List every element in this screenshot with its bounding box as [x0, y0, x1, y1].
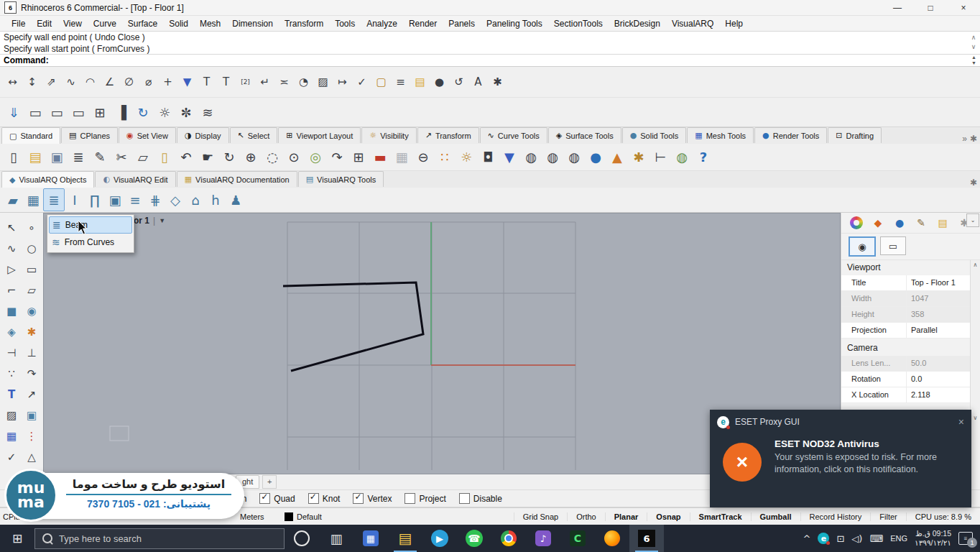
- tab-display[interactable]: ◑ Display: [177, 127, 229, 143]
- status-grid-snap[interactable]: Grid Snap: [514, 512, 568, 521]
- undo-icon[interactable]: ↶: [175, 147, 197, 168]
- status-osnap[interactable]: Osnap: [647, 512, 689, 521]
- menu-item[interactable]: Render: [403, 16, 443, 32]
- osnap-disable[interactable]: Disable: [459, 493, 502, 504]
- furniture-icon[interactable]: h: [205, 189, 226, 211]
- grid-faint-icon[interactable]: ▦: [391, 147, 412, 168]
- property-row[interactable]: Lens Len... 50.0: [841, 356, 980, 372]
- print-icon[interactable]: ≣: [68, 147, 89, 168]
- command-input[interactable]: Command: ▲ ▼: [0, 55, 980, 67]
- mesh-rock-icon[interactable]: △: [22, 446, 42, 467]
- menu-item[interactable]: SectionTools: [548, 16, 609, 32]
- save-file-icon[interactable]: ▣: [46, 147, 68, 168]
- action-center-icon[interactable]: ≡ 1: [958, 532, 973, 545]
- annotate-box-icon[interactable]: ▢: [371, 71, 391, 93]
- layer-pane[interactable]: Default: [285, 512, 405, 521]
- purple-app-icon[interactable]: ♪: [526, 525, 560, 552]
- tab-transform[interactable]: ↗ Transform: [417, 127, 479, 143]
- libraries-folder-icon[interactable]: ▤: [936, 216, 949, 229]
- tab-set-view[interactable]: ◉ Set View: [119, 127, 176, 143]
- property-row[interactable]: Rotation 0.0: [841, 372, 980, 387]
- fillet-curve-icon[interactable]: ⌐: [1, 280, 22, 300]
- menu-item[interactable]: Tools: [329, 16, 361, 32]
- checkbox[interactable]: [308, 493, 319, 504]
- dropdown-item-beam[interactable]: ≣ Beam: [49, 216, 132, 234]
- command-spin-up-icon[interactable]: ▲: [969, 55, 979, 60]
- curtain-wall-icon[interactable]: ▦: [23, 189, 43, 211]
- viewport-title-partial[interactable]: or 1 | ▼: [134, 216, 165, 226]
- menu-item[interactable]: Analyze: [361, 16, 403, 32]
- menu-item[interactable]: Help: [719, 16, 749, 32]
- dim-arc-icon[interactable]: ◠: [80, 71, 100, 93]
- text-tool-icon[interactable]: T: [1, 384, 22, 405]
- dim-angle-0-icon[interactable]: ∅: [119, 71, 139, 93]
- tray-network-icon[interactable]: ⊡: [836, 533, 844, 544]
- dim-move-icon[interactable]: ↦: [333, 71, 352, 93]
- visualarq-v-icon[interactable]: ▼: [177, 71, 197, 93]
- menu-item[interactable]: Surface: [122, 16, 163, 32]
- property-row[interactable]: Height 358 ⌄: [841, 307, 980, 323]
- menu-item[interactable]: Mesh: [194, 16, 226, 32]
- tab-drafting[interactable]: ⊡ Drafting: [828, 127, 882, 143]
- task-view-icon[interactable]: ▥: [319, 525, 353, 552]
- dim-small-icon[interactable]: ⊢: [650, 147, 671, 168]
- open-file-icon[interactable]: ▤: [24, 147, 46, 168]
- annotation-styles-icon[interactable]: ≡: [391, 71, 410, 93]
- tab-standard[interactable]: ▢ Standard: [1, 127, 60, 144]
- whatsapp-icon[interactable]: ☎: [457, 525, 491, 552]
- property-row[interactable]: Projection Parallel ⌄: [841, 323, 980, 339]
- status-gumball[interactable]: Gumball: [751, 512, 800, 521]
- zoom-selected-icon[interactable]: ◎: [305, 147, 326, 168]
- tab-visualarq-tools[interactable]: ▤ VisualARQ Tools: [298, 171, 384, 187]
- language-indicator[interactable]: ENG: [890, 534, 907, 543]
- leader-icon[interactable]: ↵: [255, 71, 274, 93]
- undo-view-icon[interactable]: ↷: [326, 147, 348, 168]
- tab-surface-tools[interactable]: ◈ Surface Tools: [548, 127, 621, 143]
- select-arrow-icon[interactable]: ↖: [1, 217, 22, 238]
- solid-box-icon[interactable]: ▣: [22, 405, 42, 426]
- chrome-icon[interactable]: [491, 525, 526, 552]
- note-icon[interactable]: ▭: [24, 101, 46, 123]
- tray-eset-icon[interactable]: e: [818, 533, 829, 544]
- menu-item[interactable]: Transform: [279, 16, 329, 32]
- tab-curve-tools[interactable]: ∿ Curve Tools: [480, 127, 547, 143]
- viewport-title-caret-icon[interactable]: ▼: [159, 217, 165, 224]
- firefox-icon[interactable]: [595, 525, 629, 552]
- menu-item[interactable]: Paneling Tools: [481, 16, 548, 32]
- person-icon[interactable]: ♟: [226, 189, 246, 211]
- status-filter[interactable]: Filter: [870, 512, 905, 521]
- new-viewport-tab-button[interactable]: +: [262, 475, 277, 489]
- wall-icon[interactable]: ▰: [3, 189, 23, 211]
- polygon-icon[interactable]: ▷: [1, 259, 22, 280]
- rotate-view-icon[interactable]: ↻: [218, 147, 240, 168]
- visualarq-panel-icon[interactable]: ◆: [872, 216, 884, 229]
- history-scroll-down-icon[interactable]: ∨: [969, 42, 979, 52]
- panel-scroll-up-icon[interactable]: ∧: [971, 262, 980, 268]
- menu-item[interactable]: VisualARQ: [666, 16, 719, 32]
- eset-notification[interactable]: e ESET Proxy GUI × × ESET NOD32 Antiviru…: [710, 410, 971, 507]
- dim-settings-icon[interactable]: ✱: [488, 71, 507, 93]
- copy-icon[interactable]: ▱: [132, 147, 154, 168]
- properties-icon[interactable]: [850, 216, 863, 229]
- taskbar-search[interactable]: Type here to search: [34, 528, 285, 549]
- command-history[interactable]: Specify wall end point ( Undo Close ) Sp…: [0, 32, 980, 55]
- clock[interactable]: 09:15 ق.ظ ۱۳۹۹/۱۲/۲۱: [915, 529, 951, 548]
- osnap-knot[interactable]: Knot: [308, 493, 341, 504]
- menu-item[interactable]: Edit: [31, 16, 57, 32]
- tab-mesh-tools[interactable]: ▦ Mesh Tools: [687, 127, 754, 143]
- menu-item[interactable]: Dimension: [226, 16, 279, 32]
- panel-scroll-down-icon[interactable]: ∨: [971, 415, 980, 421]
- hatch-tool-icon[interactable]: ▨: [1, 405, 22, 426]
- edit-doc-icon[interactable]: ✎: [89, 147, 111, 168]
- page-a-icon[interactable]: A: [468, 71, 488, 93]
- folder-import-icon[interactable]: ▤: [410, 71, 430, 93]
- panel-toggle-icon[interactable]: ▐: [111, 101, 132, 123]
- camera-props-button[interactable]: ◉: [849, 236, 876, 257]
- tab-visibility[interactable]: ☼ Visibility: [361, 127, 416, 143]
- notes-pencil-icon[interactable]: ✎: [915, 216, 928, 229]
- checkbox[interactable]: [259, 493, 270, 504]
- dim-clock-icon[interactable]: ◔: [294, 71, 313, 93]
- projection-dropdown-icon[interactable]: ⌄: [966, 213, 979, 227]
- paste-icon[interactable]: ▯: [154, 147, 175, 168]
- patch-surface-icon[interactable]: ◈: [1, 321, 22, 342]
